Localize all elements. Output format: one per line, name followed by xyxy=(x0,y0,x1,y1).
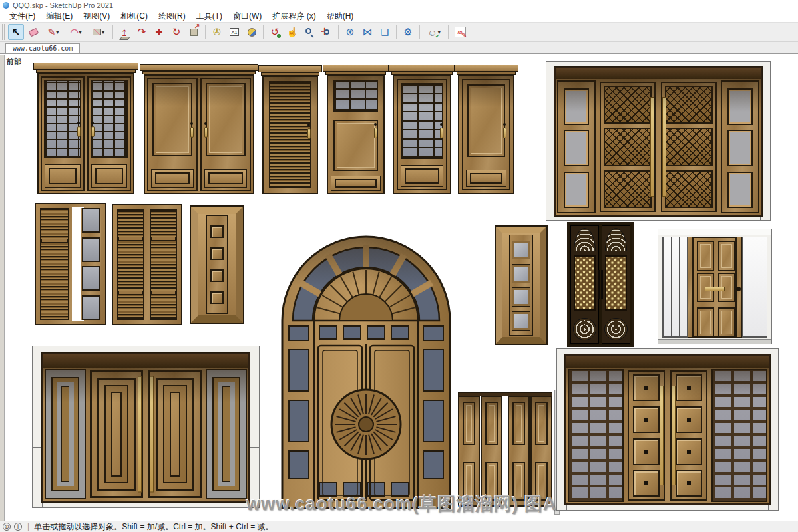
panel-face xyxy=(721,311,732,334)
shading xyxy=(459,397,479,421)
ruby-console-tool-icon[interactable]: rb✎ xyxy=(452,24,468,40)
door-handle xyxy=(374,128,377,138)
nest-core xyxy=(111,392,122,477)
single-door-glass-grid[interactable] xyxy=(389,65,455,194)
door-handle xyxy=(204,127,208,138)
line-tool-icon[interactable]: ✎▾ xyxy=(43,24,64,40)
drawing-canvas[interactable]: www.caotu66.com(草图溜溜网) 图A前部 xyxy=(0,55,798,521)
rail xyxy=(118,291,143,295)
move-tool-icon[interactable]: ✚ xyxy=(151,24,167,40)
arc-tool-icon[interactable]: ◠▾ xyxy=(65,24,87,40)
raised-panel xyxy=(333,120,378,171)
door-body xyxy=(144,74,254,194)
rail xyxy=(118,237,143,241)
panel-face xyxy=(337,123,375,168)
raised-panel xyxy=(718,241,735,271)
sketchup-logo-icon xyxy=(3,2,9,9)
shading xyxy=(459,76,513,107)
double-door-glass-grid[interactable] xyxy=(33,63,138,194)
status-separator: | xyxy=(27,522,29,531)
paint-bucket-tool-icon[interactable] xyxy=(244,24,260,40)
concentric-panel-entry-double-door[interactable] xyxy=(32,346,260,508)
rectangle-tool-icon[interactable]: ▾ xyxy=(88,24,109,40)
menu-item-window[interactable]: 窗口(W) xyxy=(228,11,267,22)
share-model-tool-icon[interactable]: ❏ xyxy=(377,24,393,40)
rectangle-dropdown-arrow[interactable]: ▾ xyxy=(102,29,104,35)
bottom-rail xyxy=(151,169,194,188)
watermark-text: www.caotu66.com(草图溜溜网) 图A xyxy=(246,492,557,516)
shading xyxy=(482,397,501,421)
menu-item-file[interactable]: 文件(F) xyxy=(4,11,41,22)
menu-item-view[interactable]: 视图(V) xyxy=(78,11,115,22)
door-cornice xyxy=(323,65,389,72)
rail xyxy=(151,291,176,295)
door-body xyxy=(37,73,134,194)
bottom-rail xyxy=(45,164,81,188)
louver-leaf-left xyxy=(117,209,144,320)
double-door-raised-panels[interactable] xyxy=(140,64,258,194)
tape-measure-tool-icon[interactable]: ✇ xyxy=(209,24,225,40)
menu-item-help[interactable]: 帮助(H) xyxy=(321,11,359,22)
four-glass-panel-door[interactable] xyxy=(495,225,548,345)
toolbar-grip[interactable] xyxy=(1,24,5,40)
raised-square-panel xyxy=(210,247,223,260)
double-louver-door[interactable] xyxy=(112,204,182,325)
sidelight-glass xyxy=(729,131,752,165)
handle-knob xyxy=(503,123,506,126)
field xyxy=(556,79,761,215)
panel-stud xyxy=(644,450,648,454)
scale-tool-icon[interactable]: ↗ xyxy=(186,24,202,40)
louvered-single-door[interactable] xyxy=(258,65,322,194)
scene-tab[interactable]: www.caotu66.com xyxy=(5,43,80,53)
status-bar: ⊕ i | 单击或拖动以选择对象。Shift = 加/减。Ctrl = 加。Sh… xyxy=(0,521,798,532)
window-title: QQQ.skp - SketchUp Pro 2021 xyxy=(13,1,113,9)
fretwork-entry-double-door[interactable] xyxy=(546,61,771,221)
four-square-panel-door[interactable] xyxy=(190,205,244,324)
bifold-leaf xyxy=(508,396,530,507)
shading xyxy=(43,368,248,402)
six-panel-door-with-sidelights[interactable] xyxy=(658,229,772,344)
bifold-leaf xyxy=(458,396,480,507)
carved-lattice-double-door[interactable] xyxy=(567,222,634,347)
square-panel-entry-double-door-with-sidelights[interactable] xyxy=(556,348,779,511)
extension-manager-tool-icon[interactable]: ⚙ xyxy=(400,24,416,40)
single-door-raised-panel[interactable] xyxy=(454,65,518,194)
select-tool-icon[interactable]: ↖ xyxy=(8,24,24,40)
door-body xyxy=(41,352,250,503)
help-icon[interactable]: i xyxy=(14,523,22,531)
geolocation-icon[interactable]: ⊕ xyxy=(3,523,11,531)
glass-pane xyxy=(82,295,100,320)
menu-item-camera[interactable]: 相机(C) xyxy=(115,11,153,22)
menu-item-draw[interactable]: 绘图(R) xyxy=(153,11,191,22)
handle-knob xyxy=(307,124,310,126)
door-handle xyxy=(601,270,603,299)
view-label: 前部 xyxy=(7,57,21,66)
single-door-glass-top[interactable] xyxy=(323,65,389,194)
rotate-tool-icon[interactable]: ↻ xyxy=(168,24,184,40)
zoom-tool-icon[interactable] xyxy=(301,24,317,40)
louver-glass-closet-panel[interactable] xyxy=(35,203,106,325)
orbit-tool-icon[interactable]: ↺ xyxy=(267,24,283,40)
bifold-four-panel-door[interactable] xyxy=(458,392,552,508)
account-tool-icon[interactable]: ☺✔▾ xyxy=(423,24,445,40)
sill xyxy=(658,339,771,344)
menu-item-extensions[interactable]: 扩展程序 (x) xyxy=(267,11,321,22)
door-body xyxy=(554,66,763,217)
arched-glass-entry-door[interactable] xyxy=(278,196,454,509)
menu-item-tools[interactable]: 工具(T) xyxy=(191,11,228,22)
door-handle xyxy=(190,127,194,138)
3d-warehouse-tool-icon[interactable]: ⋈ xyxy=(359,24,375,40)
door-cornice xyxy=(258,65,322,72)
rosette-circle xyxy=(604,318,627,340)
follow-me-tool-icon[interactable]: ↷ xyxy=(134,24,150,40)
lattice-leaf-left xyxy=(570,225,599,344)
push-pull-tool-icon[interactable]: ↥ xyxy=(116,24,132,40)
eraser-tool-icon[interactable] xyxy=(25,24,41,40)
pan-tool-icon[interactable]: ☝ xyxy=(284,24,300,40)
extension-warehouse-tool-icon[interactable]: ⊛ xyxy=(342,24,358,40)
arc-dropdown-arrow[interactable]: ▾ xyxy=(79,29,82,35)
zoom-extents-tool-icon[interactable]: ✛ xyxy=(319,24,335,40)
line-dropdown-arrow[interactable]: ▾ xyxy=(56,29,59,35)
text-tool-icon[interactable]: A1 xyxy=(226,24,242,40)
menu-item-edit[interactable]: 编辑(E) xyxy=(41,11,78,22)
